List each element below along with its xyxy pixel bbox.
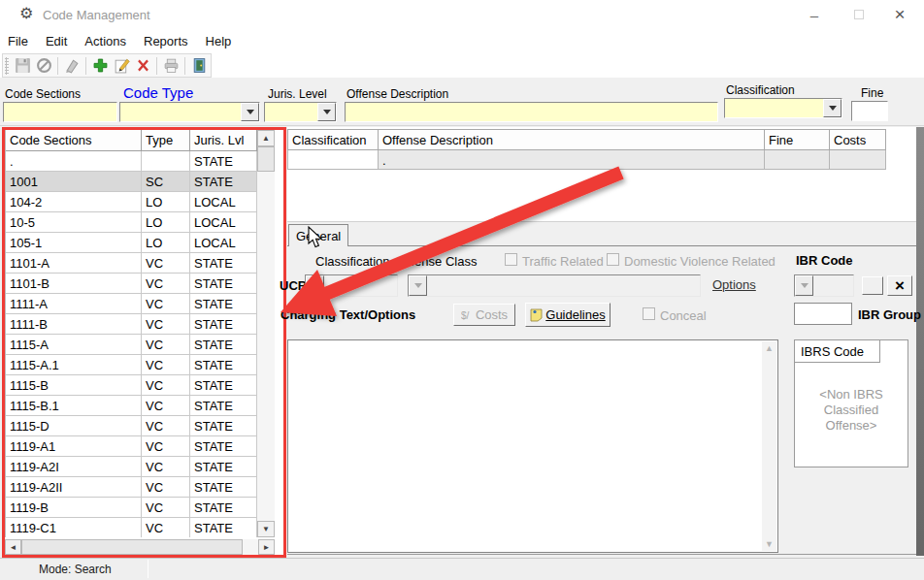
clear-x-icon: ×: [895, 276, 905, 296]
table-row[interactable]: 1119-A2IIVCSTATE: [6, 477, 257, 498]
table-cell: VC: [142, 457, 190, 477]
column-header[interactable]: Type: [142, 130, 190, 151]
charging-text-scrollbar[interactable]: ▲ ▼: [762, 341, 776, 551]
code-sections-input[interactable]: [3, 102, 117, 122]
costs-button-label: Costs: [476, 307, 508, 322]
code-list-vertical-scrollbar[interactable]: ▲ ▼: [257, 130, 275, 537]
column-header[interactable]: Classification: [287, 129, 379, 150]
offense-description-input[interactable]: [345, 102, 718, 122]
domestic-violence-checkbox[interactable]: [607, 253, 619, 266]
delete-button[interactable]: [132, 55, 153, 77]
table-cell: 1119-B: [6, 498, 142, 518]
code-type-select[interactable]: [119, 102, 260, 122]
minimize-button[interactable]: –: [796, 0, 833, 29]
chevron-down-icon[interactable]: [241, 103, 259, 121]
ibr-clear-button[interactable]: ×: [887, 275, 912, 296]
print-button[interactable]: [160, 55, 182, 77]
table-row[interactable]: 1115-B.1VCSTATE: [6, 396, 257, 416]
ibr-blank-button[interactable]: [862, 276, 883, 295]
scroll-down-icon[interactable]: ▼: [257, 521, 275, 537]
scroll-left-icon[interactable]: ◄: [5, 539, 21, 555]
eraser-button[interactable]: [61, 55, 82, 77]
toolbar-separator: [156, 57, 157, 75]
table-row[interactable]: 1119-C1VCSTATE: [6, 518, 257, 537]
fine-input[interactable]: [851, 101, 888, 121]
table-row[interactable]: .: [287, 150, 886, 170]
ibr-code-select[interactable]: [794, 274, 854, 297]
table-cell: 1115-A.1: [6, 355, 142, 375]
table-row[interactable]: .STATE: [6, 151, 257, 172]
table-row[interactable]: 1119-A1VCSTATE: [6, 436, 257, 457]
conceal-checkbox[interactable]: [643, 307, 655, 320]
offense-class-select[interactable]: [408, 274, 701, 297]
table-cell: STATE: [190, 498, 257, 518]
table-row[interactable]: 1001SCSTATE: [6, 172, 257, 192]
table-row[interactable]: 1115-A.1VCSTATE: [6, 355, 257, 375]
code-sections-label: Code Sections: [5, 87, 81, 101]
scrollbar-thumb[interactable]: [257, 146, 275, 172]
column-header[interactable]: Costs: [830, 129, 886, 150]
cancel-button[interactable]: [33, 55, 54, 77]
maximize-button[interactable]: [841, 0, 877, 29]
table-cell: 1101-B: [6, 274, 142, 294]
tab-general[interactable]: General: [288, 224, 348, 246]
ibrs-code-value: <Non IBRS Classified Offense>: [803, 387, 900, 434]
table-row[interactable]: 1111-BVCSTATE: [6, 314, 257, 335]
table-cell: 1115-A: [6, 335, 142, 355]
table-cell: STATE: [190, 274, 257, 294]
add-button[interactable]: [89, 55, 111, 77]
edit-button[interactable]: [111, 55, 132, 77]
scroll-up-icon[interactable]: ▲: [765, 343, 774, 353]
column-header[interactable]: Code Sections: [6, 130, 142, 151]
guidelines-button[interactable]: Guidelines: [525, 303, 610, 327]
menu-reports[interactable]: Reports: [144, 34, 197, 48]
column-header[interactable]: Fine: [765, 129, 830, 150]
ibr-code-label: IBR Code: [796, 253, 853, 268]
table-row[interactable]: 1101-AVCSTATE: [6, 253, 257, 274]
menu-help[interactable]: Help: [206, 34, 241, 48]
table-row[interactable]: 104-2LOLOCAL: [6, 192, 257, 212]
code-type-label[interactable]: Code Type: [123, 84, 193, 101]
column-header[interactable]: Offense Description: [379, 129, 765, 150]
table-cell: 1115-B: [6, 375, 142, 396]
table-row[interactable]: 1115-BVCSTATE: [6, 375, 257, 396]
code-list-header: Code Sections Type Juris. Lvl: [6, 130, 257, 151]
table-row[interactable]: 1101-BVCSTATE: [6, 274, 257, 294]
table-cell: VC: [142, 498, 190, 518]
table-row[interactable]: 10-5LOLOCAL: [6, 212, 257, 233]
table-row[interactable]: 1119-A2IVCSTATE: [6, 457, 257, 477]
save-button[interactable]: [12, 55, 33, 77]
ucr-select[interactable]: [305, 274, 398, 297]
toolbar-grip[interactable]: [5, 57, 9, 75]
options-link[interactable]: Options: [712, 277, 756, 292]
table-cell: 1111-A: [6, 294, 142, 314]
table-row[interactable]: 1115-DVCSTATE: [6, 416, 257, 436]
costs-button[interactable]: $/ Costs: [453, 304, 515, 326]
table-cell: LOCAL: [190, 233, 257, 253]
scrollbar-thumb[interactable]: [21, 539, 243, 555]
classification-select[interactable]: [724, 98, 842, 118]
column-header[interactable]: Juris. Lvl: [190, 130, 257, 151]
traffic-related-checkbox[interactable]: [505, 253, 517, 266]
menu-edit[interactable]: Edit: [46, 34, 76, 48]
table-row[interactable]: 1115-AVCSTATE: [6, 335, 257, 355]
menu-file[interactable]: File: [8, 34, 37, 48]
table-row[interactable]: 1111-AVCSTATE: [6, 294, 257, 314]
toolbar-separator: [85, 57, 86, 75]
chevron-down-icon[interactable]: [317, 103, 336, 121]
table-cell: 1101-A: [6, 253, 142, 274]
scroll-right-icon[interactable]: ►: [258, 539, 275, 555]
table-row[interactable]: 105-1LOLOCAL: [6, 233, 257, 253]
menu-actions[interactable]: Actions: [84, 34, 135, 48]
exit-button[interactable]: [188, 55, 210, 77]
charging-text-area[interactable]: ▲ ▼: [287, 339, 778, 553]
chevron-down-icon[interactable]: [823, 99, 842, 117]
scroll-up-icon[interactable]: ▲: [257, 130, 275, 146]
window-title: Code Management: [43, 8, 150, 22]
juris-level-select[interactable]: [264, 102, 337, 122]
table-row[interactable]: 1119-BVCSTATE: [6, 498, 257, 518]
close-button[interactable]: ×: [881, 0, 918, 29]
scroll-down-icon[interactable]: ▼: [765, 539, 774, 549]
code-list-horizontal-scrollbar[interactable]: ◄ ►: [5, 539, 275, 555]
ibr-group-input[interactable]: [794, 303, 852, 325]
